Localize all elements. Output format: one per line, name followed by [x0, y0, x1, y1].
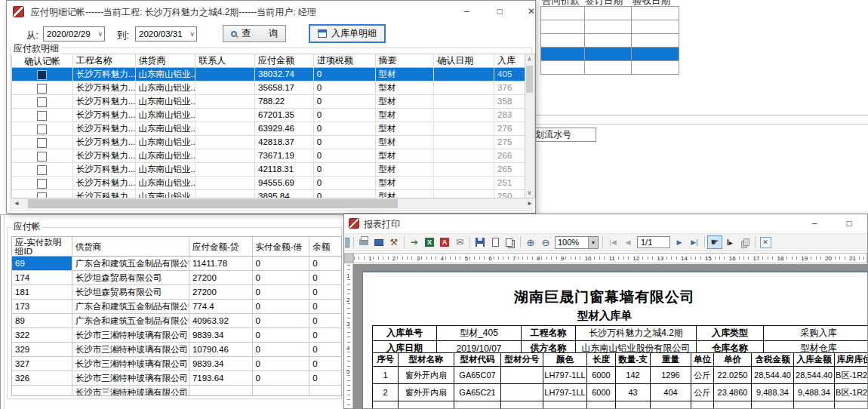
- table-row[interactable]: 69广东合和建筑五金制品有限公司11411.7800: [12, 257, 341, 271]
- confirm-checkbox[interactable]: [37, 192, 47, 199]
- column-header[interactable]: 确认日期: [434, 54, 494, 68]
- column-header[interactable]: 实付金额-借: [253, 237, 310, 256]
- single-page-icon[interactable]: [488, 235, 503, 249]
- table-row[interactable]: 长沙万科魅力...山东南山铝业...42818.370型材275: [12, 136, 525, 149]
- pdf-export-icon[interactable]: A: [437, 235, 452, 249]
- query-button[interactable]: 查 询: [223, 25, 286, 42]
- table-row[interactable]: [541, 34, 679, 48]
- column-header[interactable]: 入库: [494, 54, 525, 68]
- confirm-checkbox[interactable]: [37, 84, 47, 94]
- mail-export-icon[interactable]: ✉: [452, 235, 467, 249]
- table-row[interactable]: 长沙万科魅力...山东南山铝业...35658.170型材376: [12, 81, 525, 95]
- plan-serial-box[interactable]: 计划流水号: [530, 128, 596, 142]
- column-header[interactable]: 余额: [309, 237, 341, 256]
- zoom-in-icon[interactable]: ⊕: [523, 235, 538, 249]
- save-icon[interactable]: [472, 235, 488, 249]
- horizontal-scrollbar[interactable]: ◄ ►: [11, 198, 535, 209]
- column-header[interactable]: 联系人: [195, 54, 255, 68]
- table-row[interactable]: 173广东合和建筑五金制品有限公司774.400: [12, 300, 341, 314]
- query-button-label: 查 询: [242, 27, 278, 40]
- table-row[interactable]: 长沙万科魅力...山东南山铝业...73671.190型材266: [12, 149, 525, 163]
- table-row[interactable]: [541, 48, 679, 61]
- multi-page-icon[interactable]: [503, 235, 518, 249]
- titlebar[interactable]: 应付明细记帐------当前工程: 长沙万科魅力之城4.2期------当前用户…: [7, 1, 535, 22]
- scroll-up-icon[interactable]: ∧: [525, 56, 534, 63]
- table-row[interactable]: 长沙万科魅力...山东南山铝业...67201.350型材283: [12, 109, 525, 122]
- table-row[interactable]: 329长沙市三湘特种玻璃有限公司10790.4600: [12, 343, 341, 357]
- table-row[interactable]: 长沙万科魅力...山东南山铝业...38032.740型材405: [12, 68, 525, 81]
- close-button[interactable]: ✕: [863, 216, 868, 231]
- print-icon[interactable]: [356, 235, 371, 249]
- confirm-checkbox[interactable]: [37, 152, 47, 161]
- close-preview-icon[interactable]: ✕: [758, 235, 773, 249]
- first-page-icon[interactable]: |◀: [605, 235, 620, 249]
- cell: 0: [314, 109, 376, 122]
- maximize-button[interactable]: □: [491, 4, 508, 19]
- scroll-down-icon[interactable]: ∨: [525, 189, 534, 196]
- chevron-down-icon[interactable]: ▼: [588, 237, 598, 248]
- hand-tool-icon[interactable]: ☛: [707, 235, 722, 249]
- column-header[interactable]: 应付金额-贷: [189, 237, 253, 256]
- column-header[interactable]: 供货商: [72, 237, 189, 256]
- column-header[interactable]: 摘要: [376, 54, 435, 68]
- confirm-checkbox[interactable]: [37, 165, 47, 175]
- confirm-checkbox[interactable]: [37, 97, 47, 107]
- table-row[interactable]: [541, 61, 679, 75]
- confirm-checkbox[interactable]: [37, 138, 47, 148]
- to-date-picker[interactable]: 2020/03/31 ∨: [135, 26, 197, 42]
- table-row[interactable]: 89广东合和建筑五金制品有限公司40963.9200: [12, 314, 341, 328]
- table-row[interactable]: 322长沙市三湘特种玻璃有限公司9839.3400: [12, 328, 341, 343]
- confirm-checkbox[interactable]: [37, 70, 47, 80]
- cell: [12, 68, 73, 81]
- table-row[interactable]: 长沙万科魅力...山东南山铝业...42118.310型材265: [12, 163, 525, 177]
- table-row[interactable]: 174长沙坦森贸易有限公司2720000: [12, 271, 341, 285]
- copy-page-icon[interactable]: [737, 235, 753, 249]
- table-row[interactable]: 长沙万科魅力...山东南山铝业...94555.690型材251: [12, 177, 525, 190]
- from-date-picker[interactable]: 2020/02/29 ∨: [43, 26, 105, 42]
- table-row[interactable]: 长沙万科魅力...山东南山铝业...3895.840型材250: [12, 190, 525, 198]
- scroll-right-icon[interactable]: ►: [527, 200, 533, 207]
- maximize-button[interactable]: □: [841, 216, 857, 231]
- table-row[interactable]: 326长沙市三湘特种玻璃有限公司7193.6400: [12, 371, 341, 386]
- table-row[interactable]: [541, 20, 679, 34]
- prev-page-icon[interactable]: ◀: [620, 235, 636, 249]
- preview-icon[interactable]: [345, 235, 351, 249]
- chevron-down-icon[interactable]: ∨: [189, 27, 195, 41]
- table-row[interactable]: 181长沙坦森贸易有限公司2720000: [12, 285, 341, 300]
- column-header[interactable]: 供货商: [136, 54, 196, 68]
- vertical-scrollbar[interactable]: ∧ ∨: [525, 54, 535, 198]
- column-header[interactable]: 应-实付款明细ID: [12, 237, 72, 256]
- zoom-select[interactable]: 100% ▼: [555, 236, 599, 249]
- design-icon[interactable]: ⚒: [386, 235, 402, 249]
- table-row[interactable]: 长沙万科魅力...山东南山铝业...788.220型材358: [12, 95, 525, 109]
- column-header[interactable]: 进项税额: [314, 54, 376, 68]
- confirm-checkbox[interactable]: [37, 179, 47, 189]
- scroll-thumb[interactable]: [526, 66, 533, 93]
- next-page-icon[interactable]: ▶: [672, 235, 687, 249]
- text-select-tool-icon[interactable]: I▸: [722, 235, 737, 249]
- chevron-down-icon[interactable]: ∨: [97, 27, 103, 41]
- table-row[interactable]: 长沙市三湘特种玻璃有限公司: [12, 386, 341, 396]
- table-row[interactable]: 327长沙市三湘特种玻璃有限公司9839.3400: [12, 357, 341, 371]
- page-indicator[interactable]: 1/1: [637, 236, 670, 248]
- page-setup-icon[interactable]: [371, 235, 386, 249]
- confirm-checkbox[interactable]: [37, 111, 47, 121]
- minimize-button[interactable]: –: [806, 216, 823, 231]
- export-icon[interactable]: ➔: [407, 235, 422, 249]
- confirm-checkbox[interactable]: [37, 125, 47, 134]
- zoom-out-icon[interactable]: ⊖: [538, 235, 553, 249]
- preview-area[interactable]: 湖南巨晟门窗幕墙有限公司 型材入库单 入库单号型材_405工程名称长沙万科魅力之…: [353, 264, 868, 409]
- column-header[interactable]: 确认记帐: [12, 54, 73, 68]
- column-header[interactable]: 应付金额: [255, 54, 314, 68]
- titlebar[interactable]: 报表打印 – □ ✕: [344, 214, 867, 233]
- scroll-left-icon[interactable]: ◄: [14, 200, 20, 207]
- minimize-button[interactable]: –: [458, 4, 475, 19]
- last-page-icon[interactable]: ▶|: [687, 235, 702, 249]
- entry-detail-button[interactable]: 入库单明细: [309, 24, 386, 43]
- close-button[interactable]: ✕: [523, 4, 540, 19]
- scroll-thumb[interactable]: [28, 199, 398, 208]
- column-header[interactable]: 工程名称: [73, 54, 136, 68]
- excel-export-icon[interactable]: X: [422, 235, 437, 249]
- table-row[interactable]: 长沙万科魅力...山东南山铝业...63929.460型材276: [12, 122, 525, 136]
- table-row[interactable]: [541, 7, 679, 20]
